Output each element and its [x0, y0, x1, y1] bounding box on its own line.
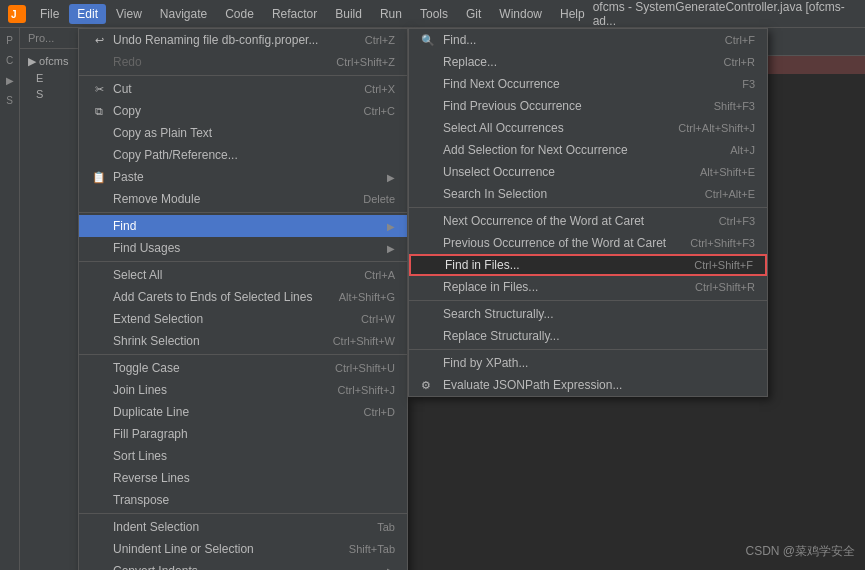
menu-edit[interactable]: Edit: [69, 4, 106, 24]
find-separator-1: [409, 207, 767, 208]
undo-icon: ↩: [91, 34, 107, 47]
menu-copy-path[interactable]: Copy Path/Reference...: [79, 144, 407, 166]
menu-undo[interactable]: ↩ Undo Renaming file db-config.proper...…: [79, 29, 407, 51]
menu-fill-paragraph[interactable]: Fill Paragraph: [79, 423, 407, 445]
menu-git[interactable]: Git: [458, 4, 489, 24]
find-prev-occurrence[interactable]: Find Previous Occurrence Shift+F3: [409, 95, 767, 117]
sort-lines-label: Sort Lines: [113, 449, 395, 463]
menu-find[interactable]: Find ▶: [79, 215, 407, 237]
menu-extend-selection[interactable]: Extend Selection Ctrl+W: [79, 308, 407, 330]
find-in-files[interactable]: Find in Files... Ctrl+Shift+F: [409, 254, 767, 276]
find-prev-word[interactable]: Previous Occurrence of the Word at Caret…: [409, 232, 767, 254]
find-next-label: Find Next Occurrence: [443, 77, 742, 91]
menu-copy[interactable]: ⧉ Copy Ctrl+C: [79, 100, 407, 122]
redo-label: Redo: [113, 55, 316, 69]
convert-indents-label: Convert Indents: [113, 564, 387, 570]
add-carets-label: Add Carets to Ends of Selected Lines: [113, 290, 319, 304]
find-search-in-selection[interactable]: Search In Selection Ctrl+Alt+E: [409, 183, 767, 205]
menu-add-carets[interactable]: Add Carets to Ends of Selected Lines Alt…: [79, 286, 407, 308]
find-jsonpath-icon: ⚙: [421, 379, 437, 392]
extend-selection-label: Extend Selection: [113, 312, 341, 326]
find-usages-label: Find Usages: [113, 241, 387, 255]
find-add-next[interactable]: Add Selection for Next Occurrence Alt+J: [409, 139, 767, 161]
find-next-word[interactable]: Next Occurrence of the Word at Caret Ctr…: [409, 210, 767, 232]
convert-indents-arrow: ▶: [387, 566, 395, 571]
find-find-icon: 🔍: [421, 34, 437, 47]
menu-refactor[interactable]: Refactor: [264, 4, 325, 24]
menu-cut[interactable]: ✂ Cut Ctrl+X: [79, 78, 407, 100]
menu-window[interactable]: Window: [491, 4, 550, 24]
menu-reverse-lines[interactable]: Reverse Lines: [79, 467, 407, 489]
find-prev-label: Find Previous Occurrence: [443, 99, 714, 113]
menu-transpose[interactable]: Transpose: [79, 489, 407, 511]
find-evaluate-jsonpath[interactable]: ⚙ Evaluate JSONPath Expression...: [409, 374, 767, 396]
find-unselect[interactable]: Unselect Occurrence Alt+Shift+E: [409, 161, 767, 183]
find-by-xpath[interactable]: Find by XPath...: [409, 352, 767, 374]
menu-navigate[interactable]: Navigate: [152, 4, 215, 24]
find-select-all-shortcut: Ctrl+Alt+Shift+J: [678, 122, 755, 134]
select-all-shortcut: Ctrl+A: [364, 269, 395, 281]
find-select-all-occurrences[interactable]: Select All Occurrences Ctrl+Alt+Shift+J: [409, 117, 767, 139]
app-logo: J: [8, 5, 26, 23]
menu-select-all[interactable]: Select All Ctrl+A: [79, 264, 407, 286]
paste-arrow: ▶: [387, 172, 395, 183]
menu-join-lines[interactable]: Join Lines Ctrl+Shift+J: [79, 379, 407, 401]
menu-toggle-case[interactable]: Toggle Case Ctrl+Shift+U: [79, 357, 407, 379]
menu-file[interactable]: File: [32, 4, 67, 24]
duplicate-line-label: Duplicate Line: [113, 405, 344, 419]
menu-remove-module[interactable]: Remove Module Delete: [79, 188, 407, 210]
transpose-label: Transpose: [113, 493, 395, 507]
find-search-structurally[interactable]: Search Structurally...: [409, 303, 767, 325]
run-icon[interactable]: ▶: [2, 72, 18, 88]
shrink-selection-label: Shrink Selection: [113, 334, 313, 348]
find-replace-struct-label: Replace Structurally...: [443, 329, 755, 343]
find-find-label: Find...: [443, 33, 725, 47]
commit-icon[interactable]: C: [2, 52, 18, 68]
menu-shrink-selection[interactable]: Shrink Selection Ctrl+Shift+W: [79, 330, 407, 352]
db-icon[interactable]: S: [2, 92, 18, 108]
add-carets-shortcut: Alt+Shift+G: [339, 291, 395, 303]
menu-build[interactable]: Build: [327, 4, 370, 24]
find-find[interactable]: 🔍 Find... Ctrl+F: [409, 29, 767, 51]
project-icon[interactable]: P: [2, 32, 18, 48]
menu-help[interactable]: Help: [552, 4, 593, 24]
join-lines-shortcut: Ctrl+Shift+J: [338, 384, 395, 396]
menu-copy-plain[interactable]: Copy as Plain Text: [79, 122, 407, 144]
find-replace-in-files[interactable]: Replace in Files... Ctrl+Shift+R: [409, 276, 767, 298]
find-usages-arrow: ▶: [387, 243, 395, 254]
find-select-all-label: Select All Occurrences: [443, 121, 678, 135]
find-replace-structurally[interactable]: Replace Structurally...: [409, 325, 767, 347]
menu-view[interactable]: View: [108, 4, 150, 24]
activity-bar: P C ▶ S: [0, 28, 20, 570]
watermark: CSDN @菜鸡学安全: [745, 543, 855, 560]
menu-run[interactable]: Run: [372, 4, 410, 24]
menu-sort-lines[interactable]: Sort Lines: [79, 445, 407, 467]
find-prev-word-label: Previous Occurrence of the Word at Caret: [443, 236, 690, 250]
find-replace-in-files-label: Replace in Files...: [443, 280, 695, 294]
toggle-case-shortcut: Ctrl+Shift+U: [335, 362, 395, 374]
menu-convert-indents[interactable]: Convert Indents ▶: [79, 560, 407, 570]
unindent-label: Unindent Line or Selection: [113, 542, 329, 556]
find-prev-word-shortcut: Ctrl+Shift+F3: [690, 237, 755, 249]
menu-tools[interactable]: Tools: [412, 4, 456, 24]
menu-code[interactable]: Code: [217, 4, 262, 24]
menu-redo[interactable]: Redo Ctrl+Shift+Z: [79, 51, 407, 73]
copy-label: Copy: [113, 104, 344, 118]
remove-module-label: Remove Module: [113, 192, 343, 206]
find-prev-shortcut: Shift+F3: [714, 100, 755, 112]
find-search-in-shortcut: Ctrl+Alt+E: [705, 188, 755, 200]
menu-unindent[interactable]: Unindent Line or Selection Shift+Tab: [79, 538, 407, 560]
find-next-occurrence[interactable]: Find Next Occurrence F3: [409, 73, 767, 95]
menu-duplicate-line[interactable]: Duplicate Line Ctrl+D: [79, 401, 407, 423]
title-bar: J File Edit View Navigate Code Refactor …: [0, 0, 865, 28]
find-unselect-shortcut: Alt+Shift+E: [700, 166, 755, 178]
find-replace[interactable]: Replace... Ctrl+R: [409, 51, 767, 73]
menu-find-usages[interactable]: Find Usages ▶: [79, 237, 407, 259]
find-next-word-shortcut: Ctrl+F3: [719, 215, 755, 227]
join-lines-label: Join Lines: [113, 383, 318, 397]
cut-label: Cut: [113, 82, 344, 96]
menu-indent-selection[interactable]: Indent Selection Tab: [79, 516, 407, 538]
find-add-next-label: Add Selection for Next Occurrence: [443, 143, 730, 157]
duplicate-line-shortcut: Ctrl+D: [364, 406, 395, 418]
menu-paste[interactable]: 📋 Paste ▶: [79, 166, 407, 188]
